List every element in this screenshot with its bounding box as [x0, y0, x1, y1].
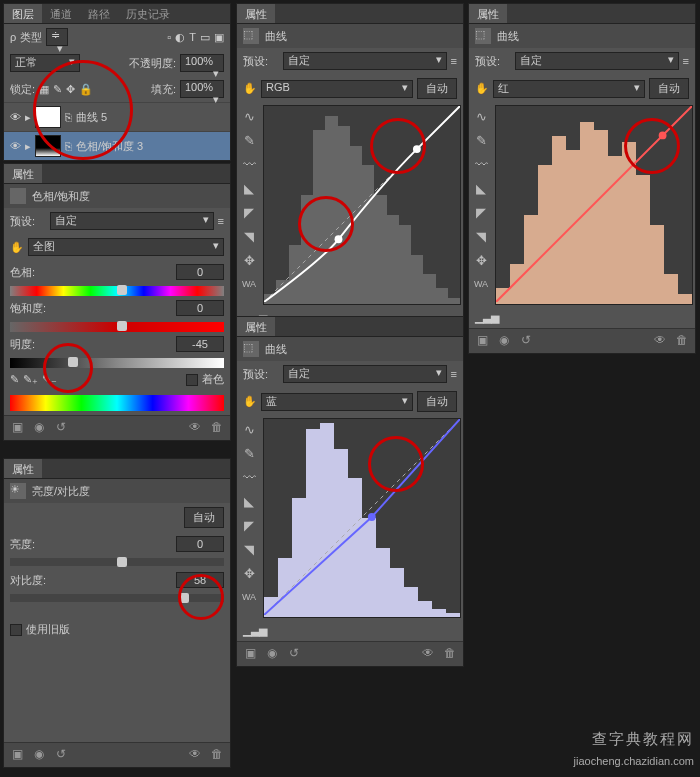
- light-input[interactable]: [176, 336, 224, 352]
- layer-mask-thumb[interactable]: [35, 135, 61, 157]
- menu-icon[interactable]: ≡: [683, 55, 689, 67]
- range-select[interactable]: 全图: [28, 238, 224, 256]
- filter-img-icon[interactable]: ▫: [167, 31, 171, 43]
- blend-mode-select[interactable]: 正常: [10, 54, 80, 72]
- eyedropper-icon[interactable]: ✎: [10, 373, 19, 386]
- visibility-icon[interactable]: 👁: [10, 140, 21, 152]
- wa-icon[interactable]: WA: [240, 588, 258, 606]
- tab-properties[interactable]: 属性: [4, 164, 42, 183]
- tab-history[interactable]: 历史记录: [118, 4, 178, 23]
- eyedrop-white-icon[interactable]: ◥: [240, 227, 258, 245]
- wa-icon[interactable]: WA: [472, 275, 490, 293]
- menu-icon[interactable]: ≡: [451, 368, 457, 380]
- filter-text-icon[interactable]: T: [189, 31, 196, 43]
- visible-icon[interactable]: 👁: [419, 646, 437, 662]
- clip-icon[interactable]: ▣: [241, 646, 259, 662]
- visible-icon[interactable]: 👁: [651, 333, 669, 349]
- eyedrop-gray-icon[interactable]: ◤: [240, 203, 258, 221]
- hand-icon[interactable]: ✋: [243, 82, 257, 95]
- pencil-tool-icon[interactable]: ✎: [472, 131, 490, 149]
- eyedropper-add-icon[interactable]: ✎₊: [23, 373, 38, 386]
- filter-smart-icon[interactable]: ▣: [214, 31, 224, 44]
- tab-channels[interactable]: 通道: [42, 4, 80, 23]
- auto-button[interactable]: 自动: [649, 78, 689, 99]
- visible-icon[interactable]: 👁: [186, 420, 204, 436]
- sat-slider-thumb[interactable]: [117, 321, 127, 331]
- visibility-icon[interactable]: 👁: [10, 111, 21, 123]
- clip-icon[interactable]: ▣: [8, 747, 26, 763]
- layer-curves[interactable]: 👁 ▸ ⎘ 曲线 5: [4, 102, 230, 131]
- lock-pixel-icon[interactable]: ✎: [53, 83, 62, 96]
- menu-icon[interactable]: ≡: [451, 55, 457, 67]
- bright-input[interactable]: [176, 536, 224, 552]
- opacity-select[interactable]: 100%: [180, 54, 224, 72]
- clip-icon[interactable]: ▣: [473, 333, 491, 349]
- curve-canvas-rgb[interactable]: [263, 105, 461, 305]
- tab-layers[interactable]: 图层: [4, 4, 42, 23]
- light-slider-thumb[interactable]: [68, 357, 78, 367]
- hand-icon[interactable]: ✋: [475, 82, 489, 95]
- channel-select[interactable]: RGB: [261, 80, 413, 98]
- auto-button[interactable]: 自动: [417, 78, 457, 99]
- legacy-checkbox[interactable]: [10, 624, 22, 636]
- link-icon[interactable]: ⎘: [65, 111, 72, 123]
- preset-select[interactable]: 自定: [283, 52, 447, 70]
- wa-icon[interactable]: WA: [240, 275, 258, 293]
- hand-icon[interactable]: ✋: [243, 395, 257, 408]
- reset-icon[interactable]: ↺: [517, 333, 535, 349]
- edit-points-icon[interactable]: ✥: [240, 564, 258, 582]
- lock-all-icon[interactable]: 🔒: [79, 83, 93, 96]
- bright-thumb[interactable]: [117, 557, 127, 567]
- channel-select[interactable]: 红: [493, 80, 645, 98]
- eyedrop-white-icon[interactable]: ◥: [472, 227, 490, 245]
- eyedrop-black-icon[interactable]: ◣: [240, 492, 258, 510]
- pencil-tool-icon[interactable]: ✎: [240, 131, 258, 149]
- fill-select[interactable]: 100%: [180, 80, 224, 98]
- hue-input[interactable]: [176, 264, 224, 280]
- eyedrop-gray-icon[interactable]: ◤: [472, 203, 490, 221]
- curve-canvas-blue[interactable]: [263, 418, 461, 618]
- smooth-icon[interactable]: 〰: [472, 155, 490, 173]
- edit-points-icon[interactable]: ✥: [472, 251, 490, 269]
- eyedrop-black-icon[interactable]: ◣: [240, 179, 258, 197]
- filter-adj-icon[interactable]: ◐: [175, 31, 185, 44]
- curve-canvas-red[interactable]: [495, 105, 693, 305]
- clip-icon[interactable]: ▣: [8, 420, 26, 436]
- preset-select[interactable]: 自定: [50, 212, 214, 230]
- auto-button[interactable]: 自动: [417, 391, 457, 412]
- prev-icon[interactable]: ◉: [263, 646, 281, 662]
- tab-properties[interactable]: 属性: [237, 4, 275, 23]
- tab-properties[interactable]: 属性: [237, 317, 275, 336]
- prev-icon[interactable]: ◉: [30, 747, 48, 763]
- hand-icon[interactable]: ✋: [10, 241, 24, 254]
- preset-select[interactable]: 自定: [515, 52, 679, 70]
- eyedrop-gray-icon[interactable]: ◤: [240, 516, 258, 534]
- tab-properties[interactable]: 属性: [4, 459, 42, 478]
- prev-icon[interactable]: ◉: [30, 420, 48, 436]
- link-icon[interactable]: ⎘: [65, 140, 72, 152]
- lock-trans-icon[interactable]: ▦: [39, 83, 49, 96]
- prev-icon[interactable]: ◉: [495, 333, 513, 349]
- delete-icon[interactable]: 🗑: [673, 333, 691, 349]
- visible-icon[interactable]: 👁: [186, 747, 204, 763]
- delete-icon[interactable]: 🗑: [208, 420, 226, 436]
- menu-icon[interactable]: ≡: [218, 215, 224, 227]
- hue-slider-thumb[interactable]: [117, 285, 127, 295]
- eyedrop-black-icon[interactable]: ◣: [472, 179, 490, 197]
- colorize-checkbox[interactable]: [186, 374, 198, 386]
- delete-icon[interactable]: 🗑: [441, 646, 459, 662]
- tab-properties[interactable]: 属性: [469, 4, 507, 23]
- channel-select[interactable]: 蓝: [261, 393, 413, 411]
- point-tool-icon[interactable]: ∿: [240, 107, 258, 125]
- point-tool-icon[interactable]: ∿: [472, 107, 490, 125]
- reset-icon[interactable]: ↺: [52, 420, 70, 436]
- auto-button[interactable]: 自动: [184, 507, 224, 528]
- smooth-icon[interactable]: 〰: [240, 468, 258, 486]
- kind-select[interactable]: ≑: [46, 28, 68, 46]
- layer-hsl[interactable]: 👁 ▸ ⎘ 色相/饱和度 3: [4, 131, 230, 160]
- reset-icon[interactable]: ↺: [285, 646, 303, 662]
- eyedropper-sub-icon[interactable]: ✎₋: [42, 373, 57, 386]
- preset-select[interactable]: 自定: [283, 365, 447, 383]
- eyedrop-white-icon[interactable]: ◥: [240, 540, 258, 558]
- reset-icon[interactable]: ↺: [52, 747, 70, 763]
